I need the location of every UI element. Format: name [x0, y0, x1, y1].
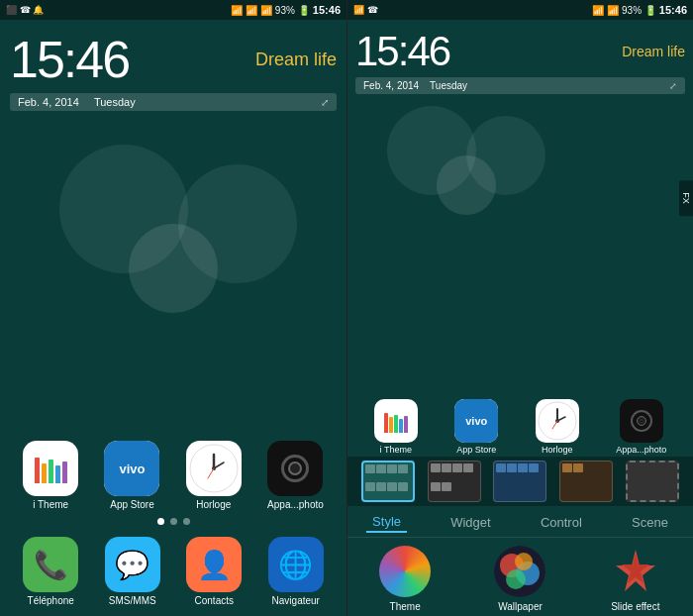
tc — [463, 463, 473, 472]
app-phone-left[interactable]: 📞 Téléphone — [23, 537, 78, 606]
horloge-icon-left — [186, 441, 242, 496]
status-bar-right: 📶 ☎ 📶 📶 93% 🔋 15:46 — [347, 0, 693, 20]
svg-point-14 — [515, 553, 533, 570]
clock-time-left: 15:46 — [10, 30, 129, 89]
tc — [387, 464, 397, 473]
app-camera-left[interactable]: Appa...photo — [267, 441, 324, 510]
bubbles-area-right — [347, 96, 693, 395]
slideeffect-svg — [610, 546, 661, 597]
tc — [431, 463, 441, 472]
appstore-icon-left: vivo — [104, 441, 159, 496]
tc — [376, 464, 386, 473]
tc — [507, 463, 517, 472]
bottom-options: Theme Wallpaper — [347, 538, 693, 616]
option-slideeffect[interactable]: Slide effect — [610, 546, 661, 612]
signal-icon-right: 📶 — [607, 5, 619, 16]
option-theme[interactable]: Theme — [379, 546, 431, 612]
expand-icon-left[interactable]: ⤢ — [321, 97, 329, 108]
dot-1[interactable] — [157, 518, 164, 525]
itheme-label-left: i Theme — [33, 499, 68, 510]
camera-inner — [288, 462, 302, 475]
bubbles-area-left — [0, 115, 346, 433]
wallpaper-option-icon — [494, 546, 545, 597]
browser-label-left: Navigateur — [272, 595, 320, 606]
slideeffect-option-icon — [610, 546, 661, 597]
theme-thumb-2[interactable] — [428, 461, 481, 502]
tc — [431, 482, 441, 491]
theme-thumb-5[interactable] — [626, 461, 679, 502]
app-appstore-right[interactable]: vivo App Store — [454, 399, 498, 455]
app-browser-left[interactable]: 🌐 Navigateur — [268, 537, 324, 606]
right-panel: 📶 ☎ 📶 📶 93% 🔋 15:46 15:46 Dream life Feb… — [346, 0, 693, 616]
clock-svg-left — [186, 441, 242, 496]
signal-icon: 📶 — [246, 5, 257, 16]
app-sms-left[interactable]: 💬 SMS/MMS — [105, 537, 160, 606]
horloge-label-left: Horloge — [196, 499, 231, 510]
tabs-bar: Style Widget Control Scene — [347, 506, 693, 538]
tc — [529, 463, 539, 472]
app-itheme-left[interactable]: i Theme — [23, 441, 78, 510]
tc — [365, 464, 375, 473]
phone-label-left: Téléphone — [28, 595, 74, 606]
itheme-icon-right — [374, 399, 418, 443]
status-left-icons: ⬛ ☎ 🔔 — [6, 5, 44, 15]
pencils — [35, 454, 67, 483]
notification-icons: ⬛ ☎ 🔔 — [6, 5, 44, 15]
tc — [365, 482, 375, 491]
dot-3[interactable] — [183, 518, 190, 525]
app-camera-right[interactable]: Appa...photo — [616, 399, 666, 455]
tab-scene[interactable]: Scene — [626, 513, 674, 532]
contacts-icon-left: 👤 — [186, 537, 242, 592]
browser-icon-left: 🌐 — [268, 537, 324, 592]
theme-option-icon — [379, 546, 431, 597]
page-dots-left — [0, 514, 346, 531]
expand-icon-right[interactable]: ⤢ — [669, 81, 677, 91]
clock-widget-right: 15:46 Dream life — [347, 20, 693, 77]
theme-thumb-3[interactable] — [493, 461, 546, 502]
vivo-text: vivo — [119, 462, 145, 476]
tc — [387, 482, 397, 491]
wallpaper-svg — [494, 546, 545, 597]
battery-percent-right: 93% 🔋 — [622, 5, 656, 16]
wifi-icon: 📶 — [231, 5, 243, 16]
app-horloge-left[interactable]: Horloge — [186, 441, 242, 510]
option-wallpaper[interactable]: Wallpaper — [494, 546, 545, 612]
vivo-text-right: vivo — [465, 415, 487, 427]
status-bar-left: ⬛ ☎ 🔔 📶 📶 📶 93% 🔋 15:46 — [0, 0, 346, 20]
date-bar-left: Feb. 4, 2014 Tuesday ⤢ — [10, 93, 337, 111]
vivo-box-right: vivo — [454, 399, 498, 443]
fx-side-button[interactable]: FX — [679, 180, 693, 216]
tab-style[interactable]: Style — [366, 512, 407, 533]
dot-2[interactable] — [170, 518, 177, 525]
slideeffect-option-label: Slide effect — [611, 601, 659, 612]
vivo-box: vivo — [104, 441, 159, 496]
app-itheme-right[interactable]: i Theme — [374, 399, 418, 455]
clock-widget-left: 15:46 Dream life — [0, 20, 346, 93]
date-text-right: Feb. 4, 2014 Tuesday — [363, 80, 467, 91]
tc — [573, 463, 583, 472]
tc — [562, 463, 572, 472]
tc — [376, 482, 386, 491]
app-appstore-left[interactable]: vivo App Store — [104, 441, 159, 510]
svg-point-13 — [506, 569, 526, 589]
appstore-label-left: App Store — [110, 499, 153, 510]
battery-icon-left: 🔋 — [298, 5, 310, 16]
tc — [452, 463, 462, 472]
appstore-icon-right: vivo — [454, 399, 498, 443]
tc — [398, 482, 408, 491]
itheme-icon-left — [23, 441, 78, 496]
app-contacts-left[interactable]: 👤 Contacts — [186, 537, 242, 606]
theme-thumb-1[interactable] — [361, 461, 415, 502]
tab-control[interactable]: Control — [535, 513, 588, 532]
time-right: 15:46 — [659, 4, 687, 16]
theme-thumb-4[interactable] — [559, 461, 613, 502]
sms-label-left: SMS/MMS — [109, 595, 156, 606]
wifi-icon-right: 📶 — [592, 5, 604, 16]
status-left-right: 📶 ☎ — [353, 5, 378, 15]
camera-lens — [281, 455, 309, 482]
tab-widget[interactable]: Widget — [445, 513, 496, 532]
camera-label-left: Appa...photo — [267, 499, 324, 510]
app-horloge-right[interactable]: Horloge — [536, 399, 579, 455]
time-left: 15:46 — [313, 4, 341, 16]
camera-icon-right — [620, 399, 663, 443]
